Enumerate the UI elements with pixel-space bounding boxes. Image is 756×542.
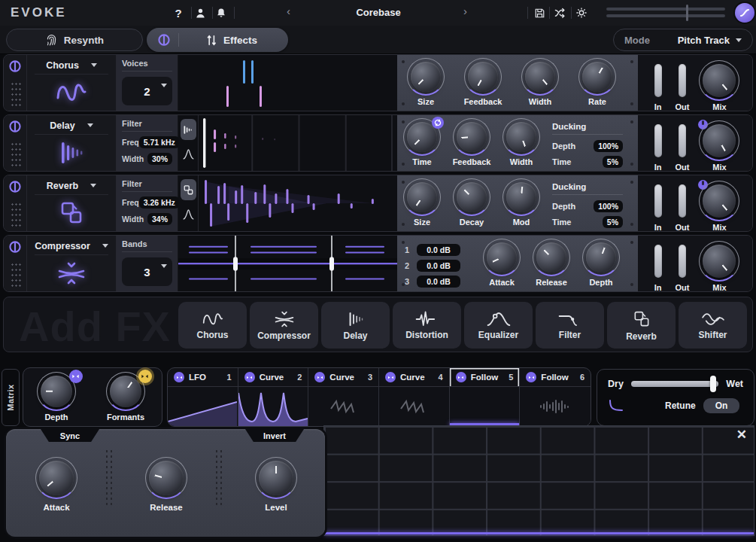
delay-visualization [178,115,397,171]
add-delay-button[interactable]: Delay [321,302,390,349]
drag-handle[interactable] [10,141,21,166]
fx-name-dropdown[interactable]: Compressor [35,237,108,255]
delay-view-button[interactable] [181,119,196,140]
fx-name-dropdown[interactable]: Delay [35,117,108,135]
matrix-tab[interactable]: Matrix [2,369,20,426]
add-filter-button[interactable]: Filter [536,302,604,349]
preset-prev-button[interactable]: ‹ [287,5,290,17]
reverb-decay-knob[interactable]: Decay [447,182,496,227]
depth-macro-knob[interactable]: Depth [41,376,72,426]
envelope-grid[interactable]: ✕ [323,425,754,536]
power-button[interactable] [8,180,22,193]
retune-toggle[interactable]: On [703,398,740,413]
delay-time-knob[interactable]: Time [397,122,447,166]
add-chorus-button[interactable]: Chorus [178,302,247,349]
fx-name-dropdown[interactable]: Reverb [35,177,108,195]
compressor-visualization[interactable] [178,236,397,291]
follower-level-knob[interactable]: Level [242,461,310,512]
add-shifter-button[interactable]: Shifter [679,302,747,349]
shuffle-icon[interactable] [553,5,568,20]
close-icon[interactable]: ✕ [736,428,747,441]
envelope-baseline[interactable] [324,532,754,534]
add-distortion-button[interactable]: Distortion [393,302,461,349]
master-slider-handle[interactable] [686,5,688,21]
reverb-mix-knob[interactable]: Mix [703,184,736,232]
dry-wet-slider[interactable] [631,381,718,387]
chorus-feedback-knob[interactable]: Feedback [454,62,512,106]
reverb-size-knob[interactable]: Size [397,182,447,227]
invert-tab[interactable]: Invert [245,429,304,442]
modulator-slot-follow-6[interactable]: Follow6 [520,368,591,426]
width-value[interactable]: 34% [147,213,172,225]
smooth-curve-button[interactable] [735,3,754,23]
add-equalizer-button[interactable]: Equalizer [464,302,533,349]
compressor-depth-knob[interactable]: Depth [576,242,626,287]
band-gain-value[interactable]: 0.0 dB [417,260,460,272]
modulator-slot-curve-2[interactable]: Curve2 [238,368,309,426]
drag-handle[interactable] [10,81,21,106]
freq-value[interactable]: 5.71 kHz [139,136,180,148]
follower-release-knob[interactable]: Release [132,461,200,512]
add-compressor-button[interactable]: Compressor [250,302,318,349]
freq-value[interactable]: 3.26 kHz [139,196,180,209]
drag-handle[interactable] [10,261,21,287]
chorus-width-knob[interactable]: Width [512,62,569,106]
preset-name[interactable]: Corebase [342,7,414,18]
dry-wet-handle[interactable] [710,376,716,392]
delay-width-knob[interactable]: Width [496,122,546,166]
duck-time-value[interactable]: 5% [603,156,623,168]
modulator-slot-curve-3[interactable]: Curve3 [308,368,379,426]
compressor-release-knob[interactable]: Release [527,242,576,287]
band-gain-value[interactable]: 0.0 dB [417,276,460,288]
voices-dropdown[interactable]: 2 [122,77,172,105]
duck-depth-value[interactable]: 100% [594,200,623,212]
modulator-slot-lfo-1[interactable]: LFO1 [168,368,238,426]
bell-icon[interactable] [214,5,229,20]
modulator-slot-curve-4[interactable]: Curve4 [379,368,450,426]
chorus-size-knob[interactable]: Size [397,62,454,106]
preset-next-button[interactable]: › [463,5,467,17]
reverb-mod-knob[interactable]: Mod [496,182,546,227]
filter-view-button[interactable] [181,144,196,165]
gear-icon[interactable] [574,5,589,20]
knob-label: Feedback [464,97,502,106]
mode-dropdown[interactable]: Mode Pitch Track [613,29,753,51]
delay-mix-knob[interactable]: Mix [703,124,736,172]
bipolar-arrows-icon[interactable] [69,370,83,383]
save-icon[interactable] [532,5,547,20]
delay-feedback-knob[interactable]: Feedback [447,122,496,166]
power-icon[interactable] [157,33,171,47]
duck-depth-value[interactable]: 100% [594,140,623,152]
band-gain-value[interactable]: 0.0 dB [417,244,460,256]
width-value[interactable]: 30% [147,153,172,165]
help-icon[interactable]: ? [171,5,186,20]
tab-effects[interactable]: Effects [147,28,288,52]
tab-resynth[interactable]: Resynth [6,29,143,51]
formants-macro-knob[interactable]: Formants [107,376,144,426]
modulator-slot-follow-5[interactable]: Follow5 [450,368,521,426]
bands-dropdown[interactable]: 3 [122,257,172,286]
compressor-mix-knob[interactable]: Mix [703,245,736,292]
sync-tab[interactable]: Sync [41,429,99,442]
power-button[interactable] [8,120,22,133]
duck-time-value[interactable]: 5% [603,216,623,228]
add-reverb-button[interactable]: Reverb [607,302,676,349]
filter-view-button[interactable] [181,204,196,225]
master-slider[interactable] [606,6,725,20]
compressor-attack-knob[interactable]: Attack [477,242,527,287]
fx-name-dropdown[interactable]: Chorus [35,56,108,75]
user-icon[interactable] [193,5,208,20]
compressor-icon [273,310,296,328]
drag-handle[interactable] [10,201,21,227]
reverb-view-button[interactable] [181,179,196,200]
power-button[interactable] [8,59,22,73]
sync-badge-icon[interactable] [432,117,444,129]
bipolar-arrows-icon[interactable] [138,370,152,383]
chorus-mix-knob[interactable]: Mix [703,64,736,111]
power-button[interactable] [8,240,22,254]
retune-curve-icon [608,399,624,413]
distortion-icon [415,311,439,327]
chorus-rate-knob[interactable]: Rate [569,62,626,106]
follower-attack-knob[interactable]: Attack [23,461,90,512]
bipolar-arrows-icon [314,372,325,382]
